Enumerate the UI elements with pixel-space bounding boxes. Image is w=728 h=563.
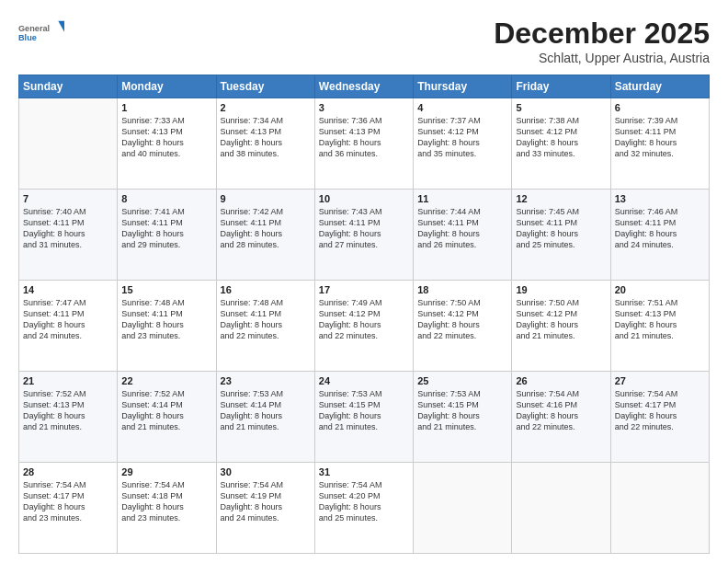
calendar-cell: 25Sunrise: 7:53 AM Sunset: 4:15 PM Dayli… [414,372,512,463]
calendar-cell: 12Sunrise: 7:45 AM Sunset: 4:11 PM Dayli… [512,190,610,281]
cell-info: Sunrise: 7:48 AM Sunset: 4:11 PM Dayligh… [221,297,311,342]
day-number: 27 [615,375,705,386]
day-number: 7 [23,193,113,204]
calendar-cell [512,463,610,554]
calendar-cell: 23Sunrise: 7:53 AM Sunset: 4:14 PM Dayli… [216,372,314,463]
logo: General Blue [18,17,64,50]
day-number: 16 [221,284,311,295]
calendar-body: 1Sunrise: 7:33 AM Sunset: 4:13 PM Daylig… [19,98,710,554]
calendar-cell: 6Sunrise: 7:39 AM Sunset: 4:11 PM Daylig… [610,98,709,190]
calendar-cell: 10Sunrise: 7:43 AM Sunset: 4:11 PM Dayli… [314,190,413,281]
day-number: 25 [417,375,507,386]
calendar-cell: 11Sunrise: 7:44 AM Sunset: 4:11 PM Dayli… [414,190,512,281]
calendar-cell: 26Sunrise: 7:54 AM Sunset: 4:16 PM Dayli… [512,372,610,463]
cell-info: Sunrise: 7:41 AM Sunset: 4:11 PM Dayligh… [121,206,211,251]
cell-info: Sunrise: 7:34 AM Sunset: 4:13 PM Dayligh… [221,115,311,160]
calendar-cell: 24Sunrise: 7:53 AM Sunset: 4:15 PM Dayli… [314,372,413,463]
cell-info: Sunrise: 7:47 AM Sunset: 4:11 PM Dayligh… [23,297,113,342]
svg-marker-2 [58,21,64,35]
calendar-cell: 4Sunrise: 7:37 AM Sunset: 4:12 PM Daylig… [414,98,512,190]
day-number: 30 [221,466,311,477]
calendar-cell [414,463,512,554]
calendar-cell [19,98,118,190]
weekday-header-saturday: Saturday [610,75,709,98]
cell-info: Sunrise: 7:50 AM Sunset: 4:12 PM Dayligh… [417,297,507,342]
weekday-header-sunday: Sunday [19,75,118,98]
calendar-cell: 13Sunrise: 7:46 AM Sunset: 4:11 PM Dayli… [610,190,709,281]
day-number: 23 [221,375,311,386]
cell-info: Sunrise: 7:33 AM Sunset: 4:13 PM Dayligh… [121,115,211,160]
month-title: December 2025 [494,17,710,51]
cell-info: Sunrise: 7:51 AM Sunset: 4:13 PM Dayligh… [615,297,705,342]
day-number: 17 [319,284,409,295]
day-number: 13 [615,193,705,204]
day-number: 31 [319,466,409,477]
cell-info: Sunrise: 7:38 AM Sunset: 4:12 PM Dayligh… [516,115,606,160]
day-number: 24 [319,375,409,386]
weekday-header-thursday: Thursday [414,75,512,98]
weekday-header-tuesday: Tuesday [216,75,314,98]
cell-info: Sunrise: 7:48 AM Sunset: 4:11 PM Dayligh… [121,297,211,342]
svg-text:Blue: Blue [18,33,37,42]
cell-info: Sunrise: 7:45 AM Sunset: 4:11 PM Dayligh… [516,206,606,251]
cell-info: Sunrise: 7:52 AM Sunset: 4:14 PM Dayligh… [121,388,211,433]
calendar-cell: 1Sunrise: 7:33 AM Sunset: 4:13 PM Daylig… [118,98,216,190]
calendar-cell: 31Sunrise: 7:54 AM Sunset: 4:20 PM Dayli… [314,463,413,554]
weekday-header-friday: Friday [512,75,610,98]
page: General Blue December 2025 Schlatt, Uppe… [0,0,728,563]
cell-info: Sunrise: 7:50 AM Sunset: 4:12 PM Dayligh… [516,297,606,342]
day-number: 3 [319,102,409,113]
title-block: December 2025 Schlatt, Upper Austria, Au… [494,17,710,65]
cell-info: Sunrise: 7:36 AM Sunset: 4:13 PM Dayligh… [319,115,409,160]
day-number: 2 [221,102,311,113]
cell-info: Sunrise: 7:49 AM Sunset: 4:12 PM Dayligh… [319,297,409,342]
cell-info: Sunrise: 7:43 AM Sunset: 4:11 PM Dayligh… [319,206,409,251]
svg-text:General: General [18,24,50,33]
day-number: 20 [615,284,705,295]
cell-info: Sunrise: 7:44 AM Sunset: 4:11 PM Dayligh… [417,206,507,251]
cell-info: Sunrise: 7:42 AM Sunset: 4:11 PM Dayligh… [221,206,311,251]
day-number: 1 [121,102,211,113]
cell-info: Sunrise: 7:53 AM Sunset: 4:15 PM Dayligh… [417,388,507,433]
weekday-header-monday: Monday [118,75,216,98]
calendar-cell: 17Sunrise: 7:49 AM Sunset: 4:12 PM Dayli… [314,281,413,372]
calendar-cell: 21Sunrise: 7:52 AM Sunset: 4:13 PM Dayli… [19,372,118,463]
day-number: 15 [121,284,211,295]
calendar-cell: 18Sunrise: 7:50 AM Sunset: 4:12 PM Dayli… [414,281,512,372]
calendar-cell: 30Sunrise: 7:54 AM Sunset: 4:19 PM Dayli… [216,463,314,554]
calendar-cell [610,463,709,554]
cell-info: Sunrise: 7:54 AM Sunset: 4:19 PM Dayligh… [221,479,311,524]
cell-info: Sunrise: 7:53 AM Sunset: 4:14 PM Dayligh… [221,388,311,433]
calendar-cell: 14Sunrise: 7:47 AM Sunset: 4:11 PM Dayli… [19,281,118,372]
cell-info: Sunrise: 7:39 AM Sunset: 4:11 PM Dayligh… [615,115,705,160]
cell-info: Sunrise: 7:54 AM Sunset: 4:17 PM Dayligh… [23,479,113,524]
day-number: 10 [319,193,409,204]
day-number: 18 [417,284,507,295]
calendar-cell: 16Sunrise: 7:48 AM Sunset: 4:11 PM Dayli… [216,281,314,372]
logo-svg: General Blue [18,17,64,50]
cell-info: Sunrise: 7:54 AM Sunset: 4:17 PM Dayligh… [615,388,705,433]
calendar-cell: 20Sunrise: 7:51 AM Sunset: 4:13 PM Dayli… [610,281,709,372]
cell-info: Sunrise: 7:53 AM Sunset: 4:15 PM Dayligh… [319,388,409,433]
calendar-cell: 22Sunrise: 7:52 AM Sunset: 4:14 PM Dayli… [118,372,216,463]
header: General Blue December 2025 Schlatt, Uppe… [18,17,710,65]
weekday-header-wednesday: Wednesday [314,75,413,98]
calendar-cell: 28Sunrise: 7:54 AM Sunset: 4:17 PM Dayli… [19,463,118,554]
cell-info: Sunrise: 7:37 AM Sunset: 4:12 PM Dayligh… [417,115,507,160]
day-number: 29 [121,466,211,477]
week-row-4: 21Sunrise: 7:52 AM Sunset: 4:13 PM Dayli… [19,372,710,463]
calendar-cell: 15Sunrise: 7:48 AM Sunset: 4:11 PM Dayli… [118,281,216,372]
day-number: 26 [516,375,606,386]
day-number: 19 [516,284,606,295]
calendar-cell: 8Sunrise: 7:41 AM Sunset: 4:11 PM Daylig… [118,190,216,281]
day-number: 21 [23,375,113,386]
cell-info: Sunrise: 7:40 AM Sunset: 4:11 PM Dayligh… [23,206,113,251]
day-number: 12 [516,193,606,204]
calendar-cell: 19Sunrise: 7:50 AM Sunset: 4:12 PM Dayli… [512,281,610,372]
day-number: 22 [121,375,211,386]
week-row-1: 1Sunrise: 7:33 AM Sunset: 4:13 PM Daylig… [19,98,710,190]
calendar-cell: 29Sunrise: 7:54 AM Sunset: 4:18 PM Dayli… [118,463,216,554]
week-row-5: 28Sunrise: 7:54 AM Sunset: 4:17 PM Dayli… [19,463,710,554]
calendar-cell: 3Sunrise: 7:36 AM Sunset: 4:13 PM Daylig… [314,98,413,190]
cell-info: Sunrise: 7:54 AM Sunset: 4:16 PM Dayligh… [516,388,606,433]
